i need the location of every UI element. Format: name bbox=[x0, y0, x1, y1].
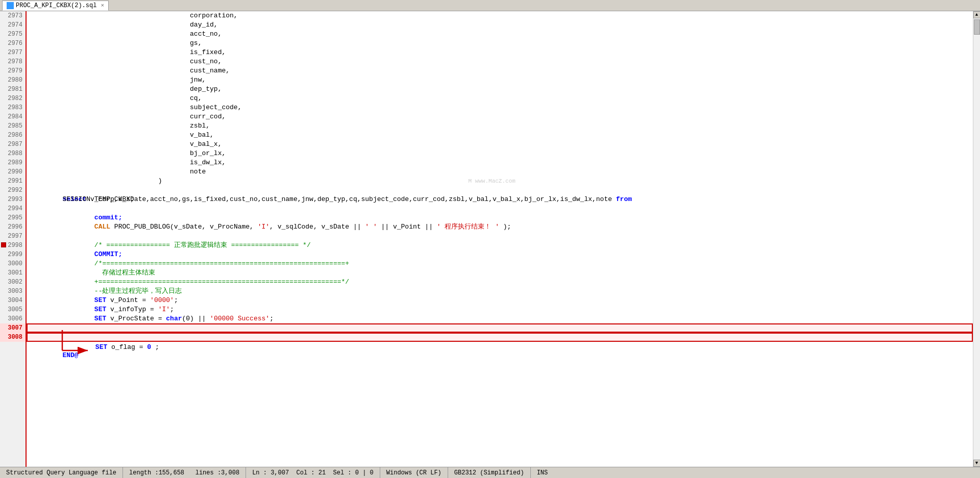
line-numbers-gutter: 2973 2974 2975 2976 2977 2978 2979 2980 … bbox=[0, 11, 27, 467]
line-num-2978: 2978 bbox=[0, 57, 26, 66]
line-ending-value: Windows (CR LF) bbox=[386, 469, 442, 476]
code-line-3001: +=======================================… bbox=[27, 268, 973, 278]
title-bar: PROC_A_KPI_CKBX(2).sql × bbox=[0, 0, 980, 11]
code-line-2977: is_fixed, bbox=[27, 48, 973, 57]
code-line-3006: SET v_msg = v_ProcState || ' 程序执行结束！ ' ; bbox=[27, 314, 973, 323]
lines-label: lines : bbox=[195, 469, 221, 476]
code-line-2979: cust_name, bbox=[27, 66, 973, 76]
line-num-2974: 2974 bbox=[0, 20, 26, 30]
code-line-2998: COMMIT; bbox=[27, 241, 973, 250]
line-num-2986: 2986 bbox=[0, 131, 26, 140]
position-section: Ln : 3,007 Col : 21 Sel : 0 | 0 bbox=[246, 467, 380, 478]
line-num-2983: 2983 bbox=[0, 103, 26, 112]
line-num-2984: 2984 bbox=[0, 112, 26, 121]
sel-label: Sel : 0 | 0 bbox=[333, 469, 374, 476]
line-num-3008: 3008 bbox=[0, 333, 26, 342]
code-line-2996 bbox=[27, 222, 973, 232]
line-num-2993: 2993 bbox=[0, 195, 26, 204]
code-line-2985: zsbl, bbox=[27, 121, 973, 131]
code-line-3007: CALL PROC_PUB_DBLOG(v_sDate, v_ProcName,… bbox=[27, 323, 973, 333]
line-num-2988: 2988 bbox=[0, 149, 26, 158]
code-line-2986: v_bal, bbox=[27, 131, 973, 140]
code-line-2975: acct_no, bbox=[27, 30, 973, 39]
code-line-2999: /*======================================… bbox=[27, 250, 973, 259]
length-section: length : 155,658 lines : 3,008 bbox=[123, 467, 246, 478]
line-num-2981: 2981 bbox=[0, 85, 26, 94]
line-num-2980: 2980 bbox=[0, 76, 26, 85]
code-line-2991: ) M www.MacZ.com bbox=[27, 177, 973, 186]
scroll-thumb[interactable] bbox=[974, 19, 980, 35]
col-label: Col : 21 bbox=[297, 469, 326, 476]
encoding-section: GB2312 (Simplified) bbox=[448, 467, 531, 478]
line-num-2998: 2998 bbox=[0, 241, 26, 250]
line-ending-section: Windows (CR LF) bbox=[380, 467, 448, 478]
code-line-3000: 存储过程主体结束 bbox=[27, 259, 973, 268]
code-line-end: END@ bbox=[27, 342, 973, 351]
line-num-2985: 2985 bbox=[0, 121, 26, 131]
code-line-3008: SET o_flag = 0 ; bbox=[27, 333, 973, 342]
file-type-label: Structured Query Language file bbox=[6, 469, 116, 476]
line-num-3007: 3007 bbox=[0, 323, 26, 333]
code-line-2980: jnw, bbox=[27, 76, 973, 85]
code-line-2984: curr_cod, bbox=[27, 112, 973, 121]
code-line-2983: subject_code, bbox=[27, 103, 973, 112]
ln-col-sel: Ln : 3,007 bbox=[252, 469, 289, 476]
line-num-2989: 2989 bbox=[0, 158, 26, 167]
line-num-2976: 2976 bbox=[0, 39, 26, 48]
length-label: length : bbox=[129, 469, 159, 476]
watermark: M www.MacZ.com bbox=[468, 177, 515, 186]
line-num-3002: 3002 bbox=[0, 278, 26, 287]
line-num-2979: 2979 bbox=[0, 66, 26, 76]
code-line-2988: bj_or_lx, bbox=[27, 149, 973, 158]
line-num-2991: 2991 bbox=[0, 177, 26, 186]
close-tab-button[interactable]: × bbox=[101, 3, 104, 9]
line-num-3001: 3001 bbox=[0, 268, 26, 278]
line-num-2977: 2977 bbox=[0, 48, 26, 57]
code-line-3005: SET v_ProcState = char(0) || '00000 Succ… bbox=[27, 305, 973, 314]
code-line-2992: select v_corp,v_sDate,acct_no,gs,is_fixe… bbox=[27, 186, 973, 195]
scroll-up-button[interactable]: ▲ bbox=[973, 11, 981, 18]
code-line-2994: commit; bbox=[27, 204, 973, 213]
code-line-3002: --处理主过程完毕，写入日志 bbox=[27, 278, 973, 287]
line-num-2997: 2997 bbox=[0, 232, 26, 241]
code-line-2981: dep_typ, bbox=[27, 85, 973, 94]
line-num-3000: 3000 bbox=[0, 259, 26, 268]
line-num-2975: 2975 bbox=[0, 30, 26, 39]
line-num-2999: 2999 bbox=[0, 250, 26, 259]
status-bar: Structured Query Language file length : … bbox=[0, 467, 980, 478]
line-num-2987: 2987 bbox=[0, 140, 26, 149]
code-line-2990: note bbox=[27, 167, 973, 177]
ins-mode-section: INS bbox=[531, 467, 554, 478]
file-type-section: Structured Query Language file bbox=[4, 467, 123, 478]
bookmark-indicator bbox=[1, 242, 6, 247]
scroll-down-button[interactable]: ▼ bbox=[973, 460, 981, 467]
vertical-scrollbar[interactable]: ▲ ▼ bbox=[973, 11, 980, 467]
code-line-2987: v_bal_x, bbox=[27, 140, 973, 149]
line-num-2990: 2990 bbox=[0, 167, 26, 177]
line-num-3004: 3004 bbox=[0, 296, 26, 305]
length-value: 155,658 bbox=[159, 469, 184, 476]
line-num-2982: 2982 bbox=[0, 94, 26, 103]
lines-value: 3,008 bbox=[221, 469, 239, 476]
code-line-2997: /* ================ 正常跑批逻辑结束 ===========… bbox=[27, 232, 973, 241]
code-editor[interactable]: corporation, day_id, acct_no, gs, bbox=[27, 11, 973, 467]
line-num-3006: 3006 bbox=[0, 314, 26, 323]
code-line-2989: is_dw_lx, bbox=[27, 158, 973, 167]
line-num-2996: 2996 bbox=[0, 222, 26, 232]
ins-mode-value: INS bbox=[537, 469, 548, 476]
title-tab[interactable]: PROC_A_KPI_CKBX(2).sql × bbox=[2, 1, 109, 11]
code-line-2982: cq, bbox=[27, 94, 973, 103]
code-line-3004: SET v_infoTyp = 'I'; bbox=[27, 296, 973, 305]
code-line-2978: cust_no, bbox=[27, 57, 973, 66]
line-num-3003: 3003 bbox=[0, 287, 26, 296]
file-icon bbox=[7, 2, 14, 9]
encoding-value: GB2312 (Simplified) bbox=[454, 469, 524, 476]
code-line-2993: SESSION.TEMP_CKBX; bbox=[27, 195, 973, 204]
line-num-2994: 2994 bbox=[0, 204, 26, 213]
line-num-2992: 2992 bbox=[0, 186, 26, 195]
code-line-2976: gs, bbox=[27, 39, 973, 48]
line-num-2995: 2995 bbox=[0, 213, 26, 222]
code-line-3003: SET v_Point = '0000'; bbox=[27, 287, 973, 296]
code-line-2995: CALL PROC_PUB_DBLOG(v_sDate, v_ProcName,… bbox=[27, 213, 973, 222]
line-num-2973: 2973 bbox=[0, 11, 26, 20]
